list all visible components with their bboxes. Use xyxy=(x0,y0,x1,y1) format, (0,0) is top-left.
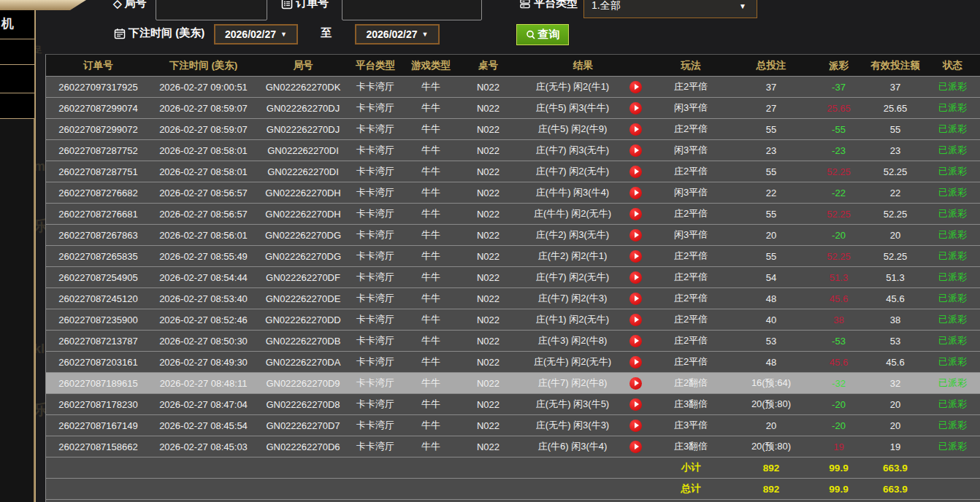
table-row[interactable]: 2602270872031612026-02-27 08:49:30GN0222… xyxy=(45,351,980,372)
cell-valid-bet: 20 xyxy=(866,415,925,436)
cell-total-bet: 20 xyxy=(731,415,811,436)
table-row[interactable]: 2602270872766812026-02-27 08:56:57GN0222… xyxy=(45,203,980,224)
play-video-icon[interactable] xyxy=(629,250,642,263)
cell-platform: 卡卡湾厅 xyxy=(350,246,401,266)
cell-table-no: N022 xyxy=(461,119,516,139)
cell-valid-bet: 51.3 xyxy=(866,267,925,287)
result-text: 庄(无牛) 闲3(牛5) xyxy=(516,398,629,411)
table-row[interactable]: 2602270872549052026-02-27 08:54:44GN0222… xyxy=(45,266,980,287)
cell-result: 庄(牛牛) 闲3(牛4) xyxy=(516,182,651,203)
cell-play-type: 庄2平倍 xyxy=(651,267,731,287)
cell-valid-bet: 20 xyxy=(866,394,925,414)
table-row[interactable]: 2602270871782302026-02-27 08:47:04GN0222… xyxy=(45,393,980,414)
sidebar-item[interactable] xyxy=(0,65,34,93)
table-row[interactable]: 2602270872658352026-02-27 08:55:49GN0222… xyxy=(45,245,980,266)
subtotal-row: 小计 892 99.9 663.9 xyxy=(45,457,980,478)
cell-result: 庄(牛牛) 闲2(无牛) xyxy=(516,204,651,224)
cell-round-no: GN022262270DI xyxy=(256,161,350,182)
date-to-value: 2026/02/27 xyxy=(367,28,418,40)
table-row[interactable]: 2602270871671492026-02-27 08:45:54GN0222… xyxy=(45,414,980,436)
date-from-value: 2026/02/27 xyxy=(225,28,276,40)
cell-round-no: GN022262270DG xyxy=(256,225,350,245)
play-video-icon[interactable] xyxy=(629,420,642,432)
play-video-icon[interactable] xyxy=(629,208,642,220)
play-video-icon[interactable] xyxy=(629,187,642,199)
play-video-icon[interactable] xyxy=(629,102,642,115)
play-video-icon[interactable] xyxy=(629,166,642,178)
result-text: 庄(牛2) 闲3(无牛) xyxy=(516,228,629,242)
cell-payout: -55 xyxy=(811,119,866,139)
table-row[interactable]: 2602270872990722026-02-27 08:59:07GN0222… xyxy=(45,118,980,139)
platform-server-icon xyxy=(519,0,531,9)
cell-round-no: GN022262270D7 xyxy=(256,415,350,436)
cell-bet-time: 2026-02-27 08:56:57 xyxy=(150,182,256,203)
date-from-select[interactable]: 2026/02/27 ▼ xyxy=(214,24,298,45)
cell-bet-time: 2026-02-27 09:00:51 xyxy=(150,77,256,97)
table-row[interactable]: 2602270871896152026-02-27 08:48:11GN0222… xyxy=(45,372,980,393)
play-video-icon[interactable] xyxy=(629,123,642,136)
cell-platform: 卡卡湾厅 xyxy=(350,204,401,224)
cell-bet-time: 2026-02-27 08:59:07 xyxy=(150,98,256,118)
cell-valid-bet: 55 xyxy=(866,119,925,139)
cell-bet-time: 2026-02-27 08:47:04 xyxy=(150,394,256,414)
cell-round-no: GN022262270D9 xyxy=(256,373,350,393)
sidebar-item[interactable] xyxy=(0,93,34,119)
table-row[interactable]: 2602270872990742026-02-27 08:59:07GN0222… xyxy=(45,97,980,118)
table-row[interactable]: 2602270872359002026-02-27 08:52:46GN0222… xyxy=(45,309,980,330)
play-video-icon[interactable] xyxy=(629,314,642,326)
table-row[interactable]: 2602270872877522026-02-27 08:58:01GN0222… xyxy=(45,139,980,161)
round-number-input[interactable] xyxy=(156,0,267,20)
order-number-input[interactable] xyxy=(342,0,482,20)
platform-type-select[interactable]: 1.全部 ▼ xyxy=(583,0,757,18)
play-video-icon[interactable] xyxy=(629,293,642,305)
cell-valid-bet: 37 xyxy=(866,77,925,97)
date-to-select[interactable]: 2026/02/27 ▼ xyxy=(355,24,440,45)
cell-total-bet: 54 xyxy=(731,267,811,287)
cell-order-no: 260227087276682 xyxy=(46,182,150,203)
cell-payout: -32 xyxy=(811,373,866,393)
column-header: 游戏类型 xyxy=(401,55,461,76)
result-text: 庄(无牛) 闲2(牛1) xyxy=(516,80,629,93)
column-header: 总投注 xyxy=(731,55,811,76)
column-header: 平台类型 xyxy=(350,55,401,76)
cell-total-bet: 55 xyxy=(731,119,811,139)
grand-total-total-bet: 892 xyxy=(731,479,811,499)
cell-game-type: 牛牛 xyxy=(401,225,461,245)
cell-valid-bet: 52.25 xyxy=(866,204,925,224)
cell-status: 已派彩 xyxy=(925,119,980,139)
cell-result: 庄(牛5) 闲2(牛9) xyxy=(516,119,651,139)
subtotal-valid-bet: 663.9 xyxy=(866,457,925,478)
table-row[interactable]: 2602270872877512026-02-27 08:58:01GN0222… xyxy=(45,161,980,182)
cell-game-type: 牛牛 xyxy=(401,267,461,287)
table-row[interactable]: 2602270872678632026-02-27 08:56:01GN0222… xyxy=(45,224,980,245)
bet-time-label: 下注时间 (美东) xyxy=(129,26,204,40)
platform-type-label-group: 平台类型 xyxy=(519,0,578,10)
table-row[interactable]: 2602270871586622026-02-27 08:45:03GN0222… xyxy=(45,436,980,457)
play-video-icon[interactable] xyxy=(629,441,642,453)
cell-total-bet: 48 xyxy=(731,288,811,309)
cell-result: 庄(牛7) 闲3(无牛) xyxy=(516,140,651,161)
cell-result: 庄(牛2) 闲2(牛1) xyxy=(516,246,651,266)
play-video-icon[interactable] xyxy=(629,335,642,347)
result-text: 庄(牛牛) 闲3(牛4) xyxy=(516,186,629,199)
order-list-icon xyxy=(281,0,293,9)
table-row[interactable]: 2602270872451202026-02-27 08:53:40GN0222… xyxy=(45,287,980,309)
cell-total-bet: 20(预:80) xyxy=(731,436,811,457)
table-row[interactable]: 2602270872766822026-02-27 08:56:57GN0222… xyxy=(45,182,980,203)
play-video-icon[interactable] xyxy=(629,398,642,411)
play-video-icon[interactable] xyxy=(629,356,642,368)
cell-round-no: GN022262270D8 xyxy=(256,394,350,414)
cell-game-type: 牛牛 xyxy=(401,436,461,457)
query-button[interactable]: 查询 xyxy=(516,24,569,45)
play-video-icon[interactable] xyxy=(629,81,642,93)
play-video-icon[interactable] xyxy=(629,271,642,284)
table-row[interactable]: 2602270872137872026-02-27 08:50:30GN0222… xyxy=(45,330,980,351)
play-video-icon[interactable] xyxy=(629,229,642,242)
cell-status: 已派彩 xyxy=(925,394,980,414)
cell-valid-bet: 45.6 xyxy=(866,288,925,309)
cell-play-type: 闲3平倍 xyxy=(651,182,731,203)
table-row[interactable]: 2602270973179252026-02-27 09:00:51GN0222… xyxy=(45,76,980,97)
play-video-icon[interactable] xyxy=(629,144,642,157)
result-text: 庄(牛1) 闲2(无牛) xyxy=(516,313,629,326)
play-video-icon[interactable] xyxy=(629,377,642,390)
